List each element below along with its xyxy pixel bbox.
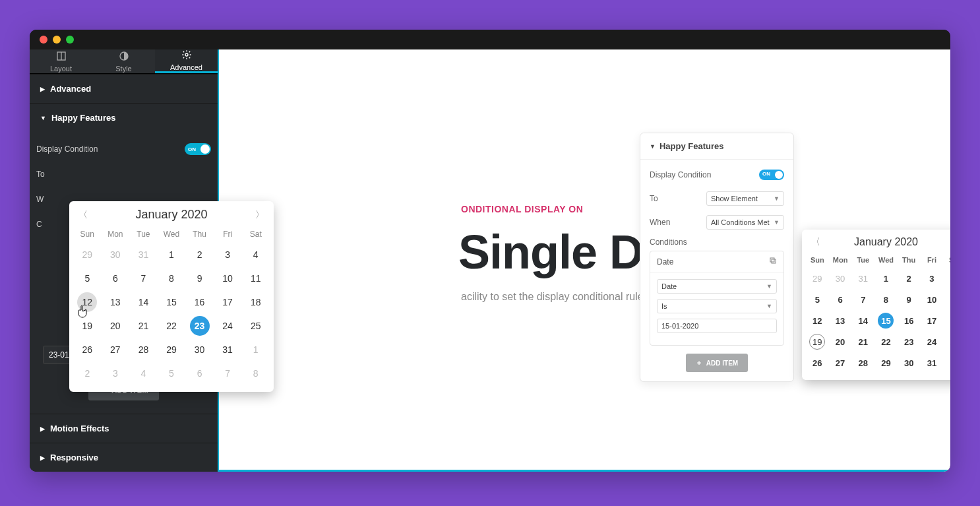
calendar-day[interactable]: 26 (77, 340, 97, 360)
calendar-day[interactable]: 19 (809, 334, 825, 350)
panel-header[interactable]: ▼ Happy Features (640, 133, 793, 160)
calendar-day[interactable]: 9 (190, 269, 210, 288)
calendar-day[interactable]: 19 (77, 316, 97, 336)
section-responsive[interactable]: ▶ Responsive (30, 443, 218, 472)
window-close-icon[interactable] (40, 36, 47, 44)
section-happy-features[interactable]: ▼ Happy Features (30, 103, 218, 132)
calendar-day[interactable]: 12 (77, 292, 97, 312)
calendar-day[interactable]: 5 (809, 292, 825, 307)
calendar-day[interactable]: 29 (77, 245, 97, 265)
calendar-day[interactable]: 22 (878, 334, 894, 350)
calendar-day[interactable]: 13 (106, 292, 125, 312)
calendar-day[interactable]: 18 (246, 292, 266, 312)
calendar-day[interactable]: 30 (190, 340, 210, 360)
calendar-day[interactable]: 1 (246, 340, 266, 360)
calendar-day[interactable]: 25 (246, 316, 266, 336)
calendar-day[interactable]: 15 (162, 292, 181, 312)
calendar-day[interactable]: 17 (924, 313, 940, 329)
calendar-day[interactable]: 17 (218, 292, 237, 312)
calendar-day[interactable]: 16 (190, 292, 210, 312)
calendar-day[interactable]: 6 (190, 364, 210, 383)
condition-date-input[interactable] (657, 319, 777, 333)
calendar-day[interactable]: 23 (190, 316, 210, 336)
calendar-day[interactable]: 23 (901, 334, 917, 350)
calendar-day[interactable]: 8 (162, 269, 181, 288)
add-item-button[interactable]: ＋ ADD ITEM (686, 354, 748, 372)
calendar-day[interactable]: 24 (924, 334, 940, 350)
tab-advanced[interactable]: Advanced (155, 49, 218, 73)
condition-type-select[interactable]: Date ▼ (657, 279, 777, 294)
calendar-day[interactable]: 4 (947, 270, 950, 286)
tab-style[interactable]: Style (92, 49, 155, 73)
calendar-day[interactable]: 11 (947, 292, 950, 307)
calendar-day[interactable]: 4 (133, 364, 153, 383)
condition-header[interactable]: Date (650, 251, 783, 272)
calendar-day[interactable]: 29 (809, 270, 825, 286)
calendar-day[interactable]: 14 (133, 292, 153, 312)
tab-layout[interactable]: Layout (30, 49, 92, 73)
display-condition-toggle[interactable]: ON (185, 143, 211, 155)
calendar-day[interactable]: 20 (106, 316, 125, 336)
calendar-day[interactable]: 5 (77, 269, 97, 288)
calendar-day[interactable]: 2 (190, 245, 210, 265)
calendar-day[interactable]: 30 (832, 270, 848, 286)
calendar-day[interactable]: 8 (878, 292, 894, 307)
calendar-day[interactable]: 2 (901, 270, 917, 286)
calendar-day[interactable]: 1 (878, 270, 894, 286)
calendar-day[interactable]: 20 (832, 334, 848, 350)
calendar-day[interactable]: 1 (162, 245, 181, 265)
calendar-day[interactable]: 3 (106, 364, 125, 383)
calendar-day[interactable]: 30 (901, 355, 917, 371)
calendar-day[interactable]: 7 (218, 364, 237, 383)
calendar-day[interactable]: 4 (246, 245, 266, 265)
calendar-day[interactable]: 11 (246, 269, 266, 288)
calendar-day[interactable]: 12 (809, 313, 825, 329)
display-condition-toggle[interactable] (759, 170, 784, 180)
calendar-day[interactable]: 29 (162, 340, 181, 360)
calendar-day[interactable]: 9 (901, 292, 917, 307)
calendar-day[interactable]: 31 (133, 245, 153, 265)
section-advanced[interactable]: ▶ Advanced (30, 74, 218, 103)
calendar-day[interactable]: 15 (878, 313, 894, 329)
calendar-day[interactable]: 27 (832, 355, 848, 371)
calendar-day[interactable]: 24 (218, 316, 237, 336)
calendar-day[interactable]: 2 (77, 364, 97, 383)
calendar-day[interactable]: 22 (162, 316, 181, 336)
section-motion-effects[interactable]: ▶ Motion Effects (30, 414, 218, 443)
calendar-day[interactable]: 13 (832, 313, 848, 329)
calendar-day[interactable]: 30 (106, 245, 125, 265)
condition-op-select[interactable]: Is ▼ (657, 299, 777, 313)
calendar-day[interactable]: 28 (855, 355, 871, 371)
to-select[interactable]: Show Element ▼ (706, 191, 784, 206)
calendar-day[interactable]: 21 (133, 316, 153, 336)
calendar-day[interactable]: 10 (218, 269, 237, 288)
calendar-day[interactable]: 7 (133, 269, 153, 288)
calendar-day[interactable]: 8 (246, 364, 266, 383)
calendar-day[interactable]: 18 (947, 313, 950, 329)
calendar-day[interactable]: 29 (878, 355, 894, 371)
calendar-day[interactable]: 3 (218, 245, 237, 265)
when-select[interactable]: All Conditions Met ▼ (706, 215, 784, 230)
calendar-day[interactable]: 31 (924, 355, 940, 371)
calendar-day[interactable]: 5 (162, 364, 181, 383)
calendar-day[interactable]: 21 (855, 334, 871, 350)
calendar-day[interactable]: 16 (901, 313, 917, 329)
calendar-day[interactable]: 7 (855, 292, 871, 307)
calendar-day[interactable]: 31 (218, 340, 237, 360)
calendar-next-button[interactable]: 〉 (255, 209, 264, 221)
calendar-day[interactable]: 27 (106, 340, 125, 360)
calendar-day[interactable]: 6 (106, 269, 125, 288)
calendar-day[interactable]: 6 (832, 292, 848, 307)
copy-icon[interactable] (769, 257, 777, 267)
calendar-prev-button[interactable]: 〈 (811, 236, 820, 248)
calendar-day[interactable]: 1 (947, 355, 950, 371)
calendar-day[interactable]: 25 (947, 334, 950, 350)
calendar-day[interactable]: 10 (924, 292, 940, 307)
calendar-day[interactable]: 14 (855, 313, 871, 329)
calendar-prev-button[interactable]: 〈 (78, 209, 88, 221)
calendar-day[interactable]: 26 (809, 355, 825, 371)
calendar-day[interactable]: 28 (133, 340, 153, 360)
window-minimize-icon[interactable] (53, 36, 61, 44)
calendar-day[interactable]: 31 (855, 270, 871, 286)
calendar-day[interactable]: 3 (924, 270, 940, 286)
